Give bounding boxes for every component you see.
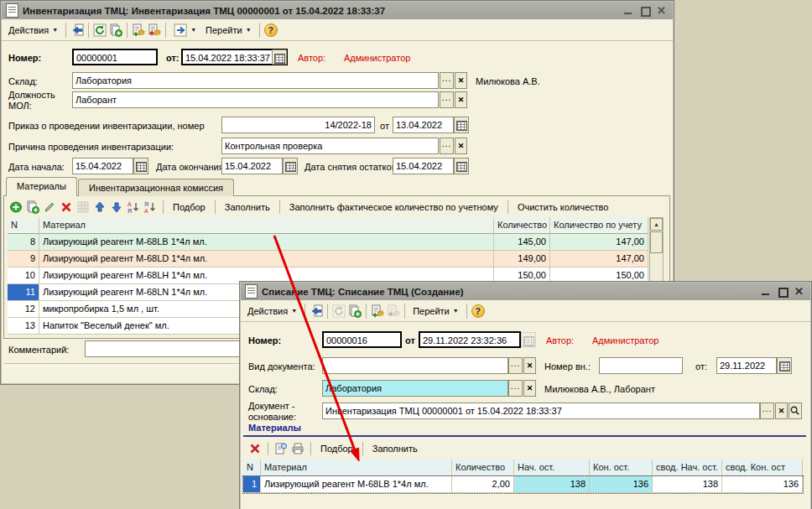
reason-input[interactable]: Контрольная проверка [221,138,439,154]
minimize-icon[interactable] [623,6,633,16]
col-consolidated-start[interactable]: свод. Нач. ост. [653,460,722,476]
copy-row-icon[interactable] [26,200,39,214]
col-end-balance[interactable]: Кон. ост. [590,460,653,476]
order-date-input[interactable]: 13.04.2022 [393,117,454,133]
document-icon [6,3,18,18]
copy-new-icon[interactable] [348,304,362,318]
number-input[interactable]: 00000001 [72,49,158,65]
clear-qty-button[interactable]: Очистить количество [514,200,612,214]
unpost-document-icon[interactable] [148,23,161,37]
fill-button[interactable]: Заполнить [221,200,273,214]
delete-row-icon[interactable] [248,442,262,455]
table-row[interactable]: 9 Лизирующий реагент М-68LD 1*4л мл. 149… [8,251,648,267]
position-select-button[interactable] [440,91,454,108]
goto-menu-button[interactable]: Перейти▼ [202,23,255,37]
inventory-titlebar[interactable]: Инвентаризация ТМЦ: Инвентаризация ТМЦ 0… [2,2,673,19]
add-row-icon[interactable] [9,200,23,214]
calendar-button[interactable] [521,332,536,347]
sort-descending-icon[interactable]: ЯА [143,200,157,214]
copy-new-icon[interactable] [109,23,122,37]
minimize-icon[interactable] [761,287,771,297]
close-icon[interactable] [794,287,804,297]
pick-button[interactable]: Подбор [169,200,209,214]
warehouse-clear-button[interactable] [455,72,467,89]
actions-menu-button[interactable]: Действия▼ [5,23,61,37]
number-input[interactable]: 00000016 [322,331,402,348]
fill-button[interactable]: Заполнить [369,442,421,455]
col-n[interactable]: N [8,217,39,234]
help-icon[interactable]: ? [471,304,485,318]
col-start-balance[interactable]: Нач. ост. [514,460,590,476]
tab-commission[interactable]: Инвентаризационная комиссия [78,179,234,196]
date-end-input[interactable]: 15.04.2022 [221,158,283,174]
close-save-icon[interactable] [70,23,84,37]
close-save-icon[interactable] [310,304,323,318]
calendar-button[interactable] [454,158,469,174]
tab-materials[interactable]: Материалы [6,177,77,196]
calendar-button[interactable] [133,158,148,174]
warehouse-input[interactable]: Лаборатория [322,380,508,397]
move-up-icon[interactable] [93,200,107,214]
close-icon[interactable] [657,6,667,16]
print-form-icon[interactable] [291,442,304,455]
refresh-icon[interactable] [332,304,346,318]
calendar-button[interactable] [454,117,469,133]
post-document-icon[interactable] [132,23,145,37]
calendar-button[interactable] [283,158,298,174]
col-qty-acc[interactable]: Количество по учету [550,217,648,234]
actions-menu-button[interactable]: Действия▼ [244,304,300,318]
warehouse-select-button[interactable] [440,72,454,89]
table-row-selected[interactable]: 1 Лизирующий реагент М-68LB 1*4л мл. 2,0… [243,476,803,493]
position-input[interactable]: Лаборант [72,91,439,108]
go-to-document-icon [174,23,187,37]
scroll-up-icon[interactable]: ▲ [650,218,663,231]
move-down-icon[interactable] [110,200,123,214]
col-material[interactable]: Материал [261,460,452,476]
maximize-icon[interactable] [640,6,650,16]
post-document-icon[interactable] [371,304,384,318]
warehouse-clear-button[interactable] [523,380,536,397]
date-snapshot-input[interactable]: 15.04.2022 [393,158,454,174]
base-doc-input[interactable]: Инвентаризация ТМЦ 00000001 от 15.04.202… [322,403,760,419]
col-qty[interactable]: Количество [494,217,550,234]
goto-menu-button[interactable]: Перейти▼ [409,304,462,318]
table-row[interactable]: 8 Лизирующий реагент М-68LB 1*4л мл. 145… [8,234,648,251]
col-consolidated-end[interactable]: свод. Кон. ост [722,460,803,476]
doc-type-select-button[interactable] [508,357,523,374]
scrollbar-thumb[interactable] [650,231,663,253]
position-clear-button[interactable] [455,91,467,108]
open-related-button[interactable]: ▼ [170,22,200,39]
date-start-input[interactable]: 15.04.2022 [72,158,133,174]
row-settings-icon[interactable] [274,442,288,455]
doc-type-clear-button[interactable] [523,357,536,374]
base-doc-select-button[interactable] [760,403,774,419]
reason-clear-button[interactable] [455,138,467,154]
refresh-icon[interactable] [93,23,107,37]
reason-select-button[interactable] [440,138,454,154]
base-doc-open-button[interactable] [789,403,802,419]
doc-type-input[interactable] [322,357,508,374]
totals-icon[interactable] [76,200,90,214]
order-number-input[interactable]: 14/2022-18 [221,117,375,133]
warehouse-input[interactable]: Лаборатория [72,72,439,89]
unpost-document-icon[interactable] [387,304,400,318]
maximize-icon[interactable] [778,287,788,297]
writeoff-titlebar[interactable]: Списание ТМЦ: Списание ТМЦ (Создание) [241,283,810,300]
internal-number-label: Номер вн.: [544,361,591,372]
fill-fact-button[interactable]: Заполнить фактическое количество по учет… [286,200,502,214]
help-icon[interactable]: ? [264,23,278,37]
warehouse-select-button[interactable] [508,380,523,397]
sort-ascending-icon[interactable]: АЯ [127,200,140,214]
col-qty[interactable]: Количество [452,460,514,476]
pick-button[interactable]: Подбор [317,442,357,455]
internal-number-input[interactable] [599,357,683,374]
calendar-button[interactable] [777,357,792,374]
col-material[interactable]: Материал [39,217,494,234]
date-input[interactable]: 29.11.2022 23:32:36 [419,331,521,348]
base-doc-clear-button[interactable] [775,403,788,419]
calendar-button[interactable] [272,49,287,65]
delete-row-icon[interactable] [60,200,73,214]
internal-date-input[interactable]: 29.11.2022 [716,357,777,374]
edit-row-icon[interactable] [43,200,56,214]
col-n[interactable]: N [243,460,261,476]
